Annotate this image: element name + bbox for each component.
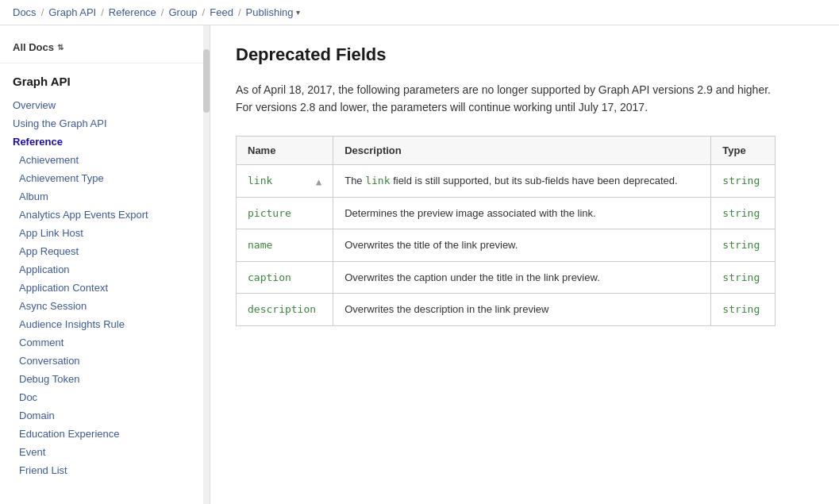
table-row: name Overwrites the title of the link pr…: [237, 229, 775, 262]
sidebar-item-album[interactable]: Album: [0, 187, 210, 206]
col-header-name: Name: [237, 136, 333, 164]
sidebar: All Docs ⇅ Graph API Overview Using the …: [0, 25, 210, 504]
deprecated-fields-table: Name Description Type link ▲ The link fi: [236, 136, 775, 326]
breadcrumb-group[interactable]: Group: [168, 6, 197, 18]
intro-line1: As of April 18, 2017, the following para…: [236, 83, 771, 96]
sidebar-item-overview[interactable]: Overview: [0, 96, 210, 114]
breadcrumb-sep-2: /: [101, 6, 104, 18]
field-name-caption: caption: [237, 261, 333, 294]
breadcrumb-publishing-dropdown[interactable]: Publishing ▾: [246, 6, 300, 18]
field-type-name: string: [711, 229, 775, 262]
collapse-arrow-icon[interactable]: ▲: [316, 175, 321, 189]
table-row: caption Overwrites the caption under the…: [237, 261, 775, 294]
field-desc-caption: Overwrites the caption under the title i…: [333, 261, 711, 294]
sort-icon: ⇅: [57, 43, 64, 52]
field-name-picture: picture: [237, 197, 333, 229]
sidebar-item-friend-list[interactable]: Friend List: [0, 461, 210, 479]
breadcrumb-docs[interactable]: Docs: [13, 6, 37, 18]
field-type-caption: string: [711, 261, 775, 294]
sidebar-item-application[interactable]: Application: [0, 260, 210, 279]
sidebar-item-event[interactable]: Event: [0, 443, 210, 461]
main-layout: All Docs ⇅ Graph API Overview Using the …: [0, 25, 839, 504]
breadcrumb-publishing-label: Publishing: [246, 6, 294, 18]
all-docs-label: All Docs: [13, 41, 54, 53]
table-row: description Overwrites the description i…: [237, 294, 775, 326]
sidebar-item-domain[interactable]: Domain: [0, 406, 210, 425]
all-docs-selector[interactable]: All Docs ⇅: [0, 35, 210, 63]
breadcrumb-graph-api[interactable]: Graph API: [48, 6, 96, 18]
sidebar-scroll-thumb[interactable]: [203, 49, 210, 113]
sidebar-section-title: Graph API: [0, 70, 210, 93]
sidebar-item-async-session[interactable]: Async Session: [0, 297, 210, 315]
field-name-name: name: [237, 229, 333, 262]
field-type-link: string: [711, 164, 775, 197]
intro-paragraph: As of April 18, 2017, the following para…: [236, 81, 791, 117]
sidebar-item-comment[interactable]: Comment: [0, 333, 210, 352]
table-header-row: Name Description Type: [237, 136, 775, 164]
field-desc-description: Overwrites the description in the link p…: [333, 294, 711, 326]
page-title: Deprecated Fields: [236, 44, 814, 65]
intro-line2: For versions 2.8 and lower, the paramete…: [236, 101, 648, 113]
sidebar-item-using-graph-api[interactable]: Using the Graph API: [0, 114, 210, 133]
field-name-link: link ▲: [237, 164, 333, 197]
sidebar-item-app-link-host[interactable]: App Link Host: [0, 224, 210, 242]
sidebar-item-achievement-type[interactable]: Achievement Type: [0, 169, 210, 187]
sidebar-item-doc[interactable]: Doc: [0, 388, 210, 406]
field-desc-name: Overwrites the title of the link preview…: [333, 229, 711, 262]
sidebar-item-debug-token[interactable]: Debug Token: [0, 370, 210, 388]
content-area: Deprecated Fields As of April 18, 2017, …: [210, 25, 839, 504]
sidebar-item-achievement[interactable]: Achievement: [0, 151, 210, 169]
col-header-description: Description: [333, 136, 711, 164]
table-row: picture Determines the preview image ass…: [237, 197, 775, 229]
col-header-type: Type: [711, 136, 775, 164]
breadcrumb: Docs / Graph API / Reference / Group / F…: [0, 0, 839, 25]
breadcrumb-sep-5: /: [238, 6, 241, 18]
sidebar-item-reference[interactable]: Reference: [0, 133, 210, 151]
sidebar-item-conversation[interactable]: Conversation: [0, 352, 210, 370]
field-desc-picture: Determines the preview image associated …: [333, 197, 711, 229]
sidebar-item-analytics-app-events-export[interactable]: Analytics App Events Export: [0, 206, 210, 224]
breadcrumb-sep-1: /: [41, 6, 44, 18]
chevron-down-icon: ▾: [296, 8, 300, 17]
sidebar-item-education-experience[interactable]: Education Experience: [0, 425, 210, 443]
sidebar-item-application-context[interactable]: Application Context: [0, 279, 210, 297]
field-name-description: description: [237, 294, 333, 326]
breadcrumb-reference[interactable]: Reference: [109, 6, 156, 18]
table-row: link ▲ The link field is still supported…: [237, 164, 775, 197]
sidebar-item-app-request[interactable]: App Request: [0, 242, 210, 260]
breadcrumb-sep-3: /: [161, 6, 164, 18]
field-type-picture: string: [711, 197, 775, 229]
sidebar-scrollbar[interactable]: [203, 25, 210, 504]
breadcrumb-sep-4: /: [202, 6, 206, 18]
breadcrumb-feed[interactable]: Feed: [210, 6, 233, 18]
sidebar-item-audience-insights-rule[interactable]: Audience Insights Rule: [0, 315, 210, 333]
field-type-description: string: [711, 294, 775, 326]
field-desc-link: The link field is still supported, but i…: [333, 164, 711, 197]
